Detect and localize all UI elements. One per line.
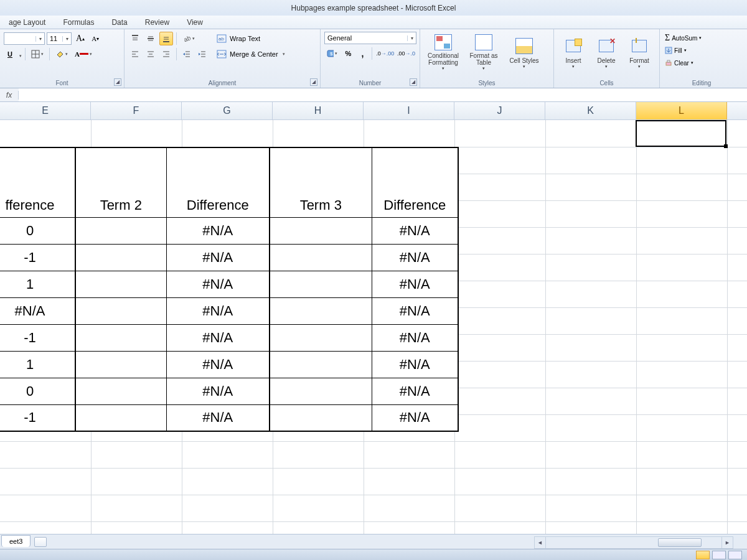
align-center-button[interactable] [144, 47, 157, 61]
column-header-E[interactable]: E [0, 102, 91, 119]
underline-menu[interactable] [18, 49, 22, 60]
table-cell[interactable] [75, 271, 166, 297]
table-cell[interactable]: 0 [0, 378, 75, 404]
table-header[interactable]: fference [0, 147, 75, 217]
align-middle-button[interactable] [144, 32, 157, 45]
table-cell[interactable]: #N/A [372, 271, 458, 297]
data-table[interactable]: fferenceTerm 2DifferenceTerm 3Difference… [0, 147, 459, 432]
borders-button[interactable] [29, 47, 46, 61]
new-sheet-button[interactable] [34, 537, 47, 547]
column-headers[interactable]: EFGHIJKL [0, 102, 747, 120]
table-cell[interactable]: #N/A [372, 297, 458, 324]
table-cell[interactable] [270, 271, 372, 297]
align-bottom-button[interactable] [159, 32, 173, 45]
table-cell[interactable] [75, 351, 166, 378]
table-cell[interactable]: #N/A [372, 404, 458, 431]
table-cell[interactable]: #N/A [166, 351, 270, 378]
align-right-button[interactable] [159, 47, 173, 61]
tab-formulas[interactable]: Formulas [54, 16, 103, 29]
decrease-decimal-button[interactable]: .00→.0 [397, 47, 416, 60]
scroll-right-button[interactable]: ► [721, 537, 733, 548]
table-header[interactable]: Difference [166, 147, 270, 217]
decrease-indent-button[interactable] [180, 47, 194, 61]
table-cell[interactable]: #N/A [372, 217, 458, 244]
table-cell[interactable] [270, 404, 372, 431]
column-header-K[interactable]: K [545, 102, 636, 119]
column-header-H[interactable]: H [273, 102, 364, 119]
orientation-button[interactable]: ab [180, 32, 197, 45]
autosum-button[interactable]: ΣAutoSum▾ [664, 32, 743, 44]
alignment-dialog-launcher[interactable]: ◢ [310, 78, 317, 86]
table-cell[interactable]: #N/A [372, 324, 458, 351]
formula-input[interactable] [19, 88, 747, 101]
table-cell[interactable]: #N/A [372, 351, 458, 378]
table-cell[interactable]: #N/A [166, 271, 270, 297]
comma-button[interactable]: , [356, 47, 369, 60]
page-layout-view-button[interactable] [712, 551, 726, 559]
number-format-combo[interactable]: General▾ [324, 32, 416, 44]
grow-font-button[interactable]: A▴ [73, 32, 87, 45]
font-size-combo[interactable]: 11▾ [47, 32, 72, 45]
table-header[interactable]: Difference [372, 147, 458, 217]
cell-styles-button[interactable]: Cell Styles▾ [505, 32, 543, 73]
font-dialog-launcher[interactable]: ◢ [114, 78, 121, 86]
insert-cells-button[interactable]: Insert▾ [558, 32, 589, 73]
font-name-combo[interactable]: ▾ [4, 32, 45, 45]
table-cell[interactable] [270, 297, 372, 324]
table-cell[interactable]: #N/A [166, 217, 270, 244]
table-cell[interactable]: #N/A [166, 404, 270, 431]
column-header-I[interactable]: I [364, 102, 454, 119]
horizontal-scrollbar[interactable]: ◄ ► [534, 536, 733, 549]
column-header-G[interactable]: G [182, 102, 273, 119]
increase-indent-button[interactable] [195, 47, 209, 61]
fill-color-button[interactable] [53, 47, 70, 61]
wrap-text-button[interactable]: ab Wrap Text [214, 32, 295, 45]
table-cell[interactable] [270, 324, 372, 351]
format-cells-button[interactable]: Format▾ [624, 32, 655, 73]
table-cell[interactable]: -1 [0, 324, 75, 351]
sheet-tab[interactable]: eet3 [1, 535, 31, 547]
fill-button[interactable]: Fill▾ [664, 44, 743, 57]
spreadsheet-grid[interactable]: EFGHIJKL fferenceTerm 2DifferenceTerm 3D… [0, 102, 747, 534]
table-cell[interactable]: -1 [0, 404, 75, 431]
table-cell[interactable] [270, 217, 372, 244]
column-header-L[interactable]: L [636, 102, 727, 119]
table-cell[interactable]: #N/A [166, 378, 270, 404]
normal-view-button[interactable] [696, 551, 710, 559]
column-header-F[interactable]: F [91, 102, 182, 119]
conditional-formatting-button[interactable]: Conditional Formatting▾ [424, 32, 463, 73]
increase-decimal-button[interactable]: .0→.00 [375, 47, 395, 60]
format-as-table-button[interactable]: Format as Table▾ [464, 32, 503, 73]
table-cell[interactable]: #N/A [166, 297, 270, 324]
merge-center-button[interactable]: Merge & Center [214, 47, 295, 61]
table-cell[interactable] [270, 378, 372, 404]
table-cell[interactable] [75, 217, 166, 244]
tab-page-layout[interactable]: age Layout [0, 16, 54, 29]
number-dialog-launcher[interactable]: ◢ [410, 78, 417, 86]
table-cell[interactable]: #N/A [372, 244, 458, 271]
table-cell[interactable] [75, 324, 166, 351]
font-color-button[interactable]: A [72, 47, 95, 61]
selected-cell[interactable] [636, 120, 726, 147]
table-header[interactable]: Term 2 [75, 147, 166, 217]
scroll-left-button[interactable]: ◄ [535, 537, 546, 548]
percent-button[interactable]: % [342, 47, 354, 60]
table-cell[interactable] [75, 378, 166, 404]
clear-button[interactable]: Clear▾ [664, 57, 743, 69]
table-cell[interactable]: -1 [0, 244, 75, 271]
align-top-button[interactable] [128, 32, 142, 45]
table-cell[interactable]: 1 [0, 351, 75, 378]
table-cell[interactable] [270, 244, 372, 271]
tab-data[interactable]: Data [103, 16, 136, 29]
column-header-J[interactable]: J [454, 102, 545, 119]
page-break-view-button[interactable] [728, 551, 742, 559]
align-left-button[interactable] [128, 47, 142, 61]
table-cell[interactable] [75, 244, 166, 271]
table-header[interactable]: Term 3 [270, 147, 372, 217]
table-cell[interactable]: #N/A [0, 297, 75, 324]
table-cell[interactable]: #N/A [166, 244, 270, 271]
table-cell[interactable]: 0 [0, 217, 75, 244]
scroll-thumb[interactable] [658, 538, 702, 547]
accounting-format-button[interactable]: $ [324, 47, 340, 60]
scroll-track[interactable] [546, 537, 721, 548]
